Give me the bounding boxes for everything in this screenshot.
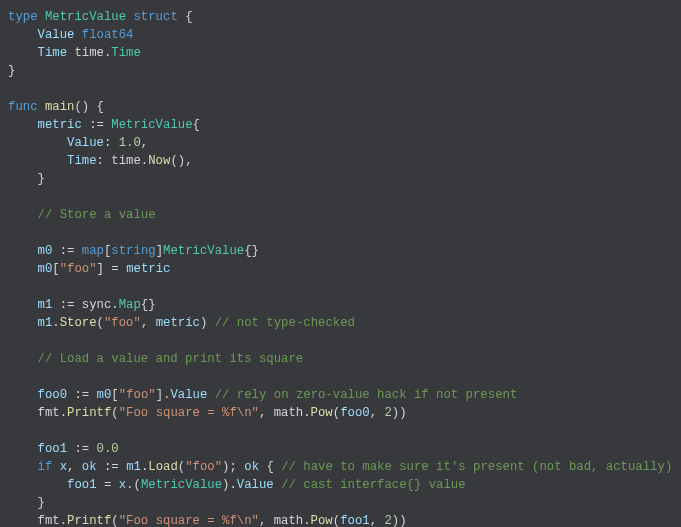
- token-kw: type: [8, 10, 45, 24]
- token-num: 2: [384, 514, 391, 527]
- token-pl: [: [52, 262, 59, 276]
- token-fld: Time: [67, 154, 97, 168]
- token-kw: float64: [82, 28, 134, 42]
- token-fld: foo1: [67, 478, 97, 492]
- token-kw: map: [82, 244, 104, 258]
- token-pl: :=: [67, 442, 97, 456]
- token-typ: MetricValue: [45, 10, 126, 24]
- token-fld: ok: [82, 460, 97, 474]
- token-fld: m0: [38, 244, 53, 258]
- code-line: fmt.Printf("Foo square = %f\n", math.Pow…: [8, 406, 407, 420]
- token-pl: fmt.: [38, 514, 68, 527]
- token-pl: :=: [52, 244, 82, 258]
- code-line: m1 := sync.Map{}: [8, 298, 156, 312]
- token-pl: ).: [222, 478, 237, 492]
- token-str: "foo": [185, 460, 222, 474]
- token-pl: :=: [67, 388, 97, 402]
- token-pl: , math.: [259, 514, 311, 527]
- token-fn: Now: [148, 154, 170, 168]
- code-line: Value float64: [8, 28, 133, 42]
- code-line: }: [8, 64, 15, 78]
- token-com: // not type-checked: [215, 316, 355, 330]
- token-fld: m1: [38, 316, 53, 330]
- token-fn: Pow: [311, 514, 333, 527]
- code-line: type MetricValue struct {: [8, 10, 193, 24]
- token-pl: {: [259, 460, 281, 474]
- code-line-comment: // Store a value: [8, 208, 156, 222]
- token-fld: m1: [126, 460, 141, 474]
- token-pl: (),: [170, 154, 192, 168]
- token-typ: MetricValue: [141, 478, 222, 492]
- token-pl: ): [200, 316, 215, 330]
- token-pl: , math.: [259, 406, 311, 420]
- code-line: }: [8, 496, 45, 510]
- token-pl: );: [222, 460, 244, 474]
- token-pl: {: [193, 118, 200, 132]
- code-line: fmt.Printf("Foo square = %f\n", math.Pow…: [8, 514, 407, 527]
- code-line: foo1 = x.(MetricValue).Value // cast int…: [8, 478, 466, 492]
- code-line: }: [8, 172, 45, 186]
- token-fld: Value: [38, 28, 75, 42]
- token-fld: x: [119, 478, 126, 492]
- token-pl: .: [52, 316, 59, 330]
- token-num: 2: [384, 406, 391, 420]
- token-fld: foo1: [340, 514, 370, 527]
- token-pl: {: [178, 10, 193, 24]
- token-pl: ].: [156, 388, 171, 402]
- code-editor[interactable]: type MetricValue struct { Value float64 …: [0, 0, 681, 527]
- code-line: Time: time.Now(),: [8, 154, 193, 168]
- token-fld: m1: [38, 298, 53, 312]
- token-fld: m0: [38, 262, 53, 276]
- token-fld: metric: [38, 118, 82, 132]
- token-fld: metric: [126, 262, 170, 276]
- token-kw: struct: [133, 10, 177, 24]
- token-str: "foo": [104, 316, 141, 330]
- token-pl: ,: [370, 514, 385, 527]
- token-fld: Value: [170, 388, 207, 402]
- code-line: foo0 := m0["foo"].Value // rely on zero-…: [8, 388, 517, 402]
- token-fn: Printf: [67, 514, 111, 527]
- token-str: "foo": [60, 262, 97, 276]
- token-com: // Store a value: [38, 208, 156, 222]
- token-pl: time.: [67, 46, 111, 60]
- token-pl: )): [392, 514, 407, 527]
- code-line: m1.Store("foo", metric) // not type-chec…: [8, 316, 355, 330]
- token-num: 1.0: [119, 136, 141, 150]
- token-str: "Foo square = %f\n": [119, 406, 259, 420]
- token-fn: Load: [148, 460, 178, 474]
- code-line: metric := MetricValue{: [8, 118, 200, 132]
- token-fld: Value: [67, 136, 104, 150]
- token-fn: main: [45, 100, 75, 114]
- token-fld: foo0: [340, 406, 370, 420]
- token-pl: ,: [370, 406, 385, 420]
- token-pl: ] =: [97, 262, 127, 276]
- token-pl: [74, 28, 81, 42]
- code-line-comment: // Load a value and print its square: [8, 352, 303, 366]
- token-fld: x: [60, 460, 67, 474]
- token-pl: :=: [97, 460, 127, 474]
- token-pl: (: [97, 316, 104, 330]
- token-fn: Store: [60, 316, 97, 330]
- token-pl: (: [111, 406, 118, 420]
- token-fld: Value: [237, 478, 274, 492]
- token-pl: fmt.: [38, 406, 68, 420]
- code-line: Value: 1.0,: [8, 136, 148, 150]
- token-typ: Map: [119, 298, 141, 312]
- token-kw: func: [8, 100, 45, 114]
- token-com: // have to make sure it's present (not b…: [281, 460, 672, 474]
- token-fld: metric: [156, 316, 200, 330]
- code-line: Time time.Time: [8, 46, 141, 60]
- token-fld: foo1: [38, 442, 68, 456]
- token-pl: }: [8, 64, 15, 78]
- token-fld: m0: [97, 388, 112, 402]
- code-line: if x, ok := m1.Load("foo"); ok { // have…: [8, 460, 672, 474]
- token-pl: }: [38, 496, 45, 510]
- token-fn: Printf: [67, 406, 111, 420]
- token-pl: (: [111, 514, 118, 527]
- token-pl: () {: [74, 100, 104, 114]
- token-pl: [: [111, 388, 118, 402]
- token-kw: string: [111, 244, 155, 258]
- token-com: // cast interface{} value: [281, 478, 465, 492]
- token-pl: [207, 388, 214, 402]
- token-pl: =: [97, 478, 119, 492]
